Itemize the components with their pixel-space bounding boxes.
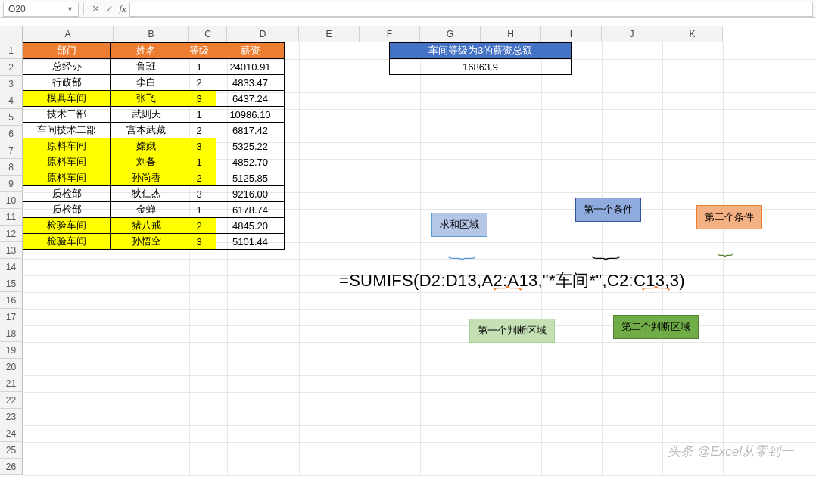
cell-level[interactable]: 3 — [182, 186, 216, 202]
row-header-19[interactable]: 19 — [0, 342, 23, 359]
cell-name[interactable]: 嫦娥 — [111, 138, 182, 154]
cell-salary[interactable]: 5325.22 — [216, 138, 285, 154]
row-header-17[interactable]: 17 — [0, 309, 23, 325]
row-header-13[interactable]: 13 — [0, 242, 23, 259]
cell-level[interactable]: 3 — [182, 91, 216, 107]
row-header-5[interactable]: 5 — [0, 109, 23, 126]
header-salary[interactable]: 薪资 — [216, 43, 285, 59]
cell-salary[interactable]: 10986.10 — [216, 107, 285, 123]
cell-salary[interactable]: 6178.74 — [216, 202, 285, 218]
cell-level[interactable]: 1 — [182, 202, 216, 218]
cell-grid[interactable]: 部门 姓名 等级 薪资 总经办 鲁班 1 24010.91 行政部 李白 2 4… — [23, 42, 816, 475]
row-header-9[interactable]: 9 — [0, 176, 23, 192]
row-header-14[interactable]: 14 — [0, 259, 23, 275]
col-header-F[interactable]: F — [360, 26, 420, 42]
row-header-18[interactable]: 18 — [0, 325, 23, 342]
cell-salary[interactable]: 9216.00 — [216, 186, 285, 202]
cell-level[interactable]: 2 — [182, 75, 216, 91]
cell-salary[interactable]: 5125.85 — [216, 170, 285, 186]
select-all-corner[interactable] — [0, 26, 23, 42]
cell-salary[interactable]: 6437.24 — [216, 91, 285, 107]
cell-salary[interactable]: 6817.42 — [216, 123, 285, 138]
cell-salary[interactable]: 5101.44 — [216, 234, 285, 250]
cell-salary[interactable]: 4845.20 — [216, 218, 285, 234]
cell-name[interactable]: 猪八戒 — [111, 218, 182, 234]
cell-level[interactable]: 3 — [182, 138, 216, 154]
name-box[interactable]: O20 ▼ — [3, 2, 79, 17]
row-header-20[interactable]: 20 — [0, 359, 23, 375]
cell-level[interactable]: 1 — [182, 107, 216, 123]
cell-dept[interactable]: 检验车间 — [23, 234, 111, 250]
cell-name[interactable]: 刘备 — [111, 154, 182, 170]
row-header-16[interactable]: 16 — [0, 292, 23, 309]
cell-name[interactable]: 张飞 — [111, 91, 182, 107]
row-header-25[interactable]: 25 — [0, 442, 23, 459]
cell-name[interactable]: 鲁班 — [111, 59, 182, 75]
row-header-24[interactable]: 24 — [0, 425, 23, 442]
cell-name[interactable]: 李白 — [111, 75, 182, 91]
cell-name[interactable]: 孙尚香 — [111, 170, 182, 186]
row-header-4[interactable]: 4 — [0, 92, 23, 109]
row-header-26[interactable]: 26 — [0, 459, 23, 475]
cell-salary[interactable]: 4852.70 — [216, 154, 285, 170]
row-header-21[interactable]: 21 — [0, 375, 23, 392]
cell-level[interactable]: 3 — [182, 234, 216, 250]
cell-dept[interactable]: 总经办 — [23, 59, 111, 75]
chevron-down-icon[interactable]: ▼ — [67, 2, 73, 16]
cell-dept[interactable]: 质检部 — [23, 186, 111, 202]
header-level[interactable]: 等级 — [182, 43, 216, 59]
cell-salary[interactable]: 4833.47 — [216, 75, 285, 91]
cell-dept[interactable]: 技术二部 — [23, 107, 111, 123]
formula-input[interactable] — [129, 2, 813, 17]
cell-name[interactable]: 宫本武藏 — [111, 123, 182, 138]
cell-level[interactable]: 1 — [182, 59, 216, 75]
row-header-22[interactable]: 22 — [0, 392, 23, 409]
row-header-10[interactable]: 10 — [0, 192, 23, 209]
cell-dept[interactable]: 原料车间 — [23, 154, 111, 170]
cell-level[interactable]: 2 — [182, 123, 216, 138]
col-header-H[interactable]: H — [481, 26, 541, 42]
cell-level[interactable]: 1 — [182, 154, 216, 170]
row-header-3[interactable]: 3 — [0, 76, 23, 92]
enter-icon[interactable]: ✓ — [102, 3, 116, 14]
col-header-G[interactable]: G — [420, 26, 481, 42]
row-header-23[interactable]: 23 — [0, 409, 23, 425]
row-header-11[interactable]: 11 — [0, 209, 23, 226]
col-header-K[interactable]: K — [662, 26, 723, 42]
cell-name[interactable]: 金蝉 — [111, 202, 182, 218]
cell-dept[interactable]: 原料车间 — [23, 170, 111, 186]
summary-value[interactable]: 16863.9 — [390, 59, 572, 75]
col-header-E[interactable]: E — [299, 26, 360, 42]
cell-salary[interactable]: 24010.91 — [216, 59, 285, 75]
header-dept[interactable]: 部门 — [23, 43, 111, 59]
fx-icon[interactable]: fx — [116, 3, 129, 15]
cell-name[interactable]: 武则天 — [111, 107, 182, 123]
cell-dept[interactable]: 质检部 — [23, 202, 111, 218]
row-header-12[interactable]: 12 — [0, 226, 23, 242]
cell-level[interactable]: 2 — [182, 218, 216, 234]
row-header-8[interactable]: 8 — [0, 159, 23, 176]
header-name[interactable]: 姓名 — [111, 43, 182, 59]
col-header-D[interactable]: D — [227, 26, 299, 42]
row-header-15[interactable]: 15 — [0, 275, 23, 292]
cell-dept[interactable]: 检验车间 — [23, 218, 111, 234]
cell-name[interactable]: 狄仁杰 — [111, 186, 182, 202]
cell-name[interactable]: 孙悟空 — [111, 234, 182, 250]
col-header-C[interactable]: C — [189, 26, 227, 42]
row-header-2[interactable]: 2 — [0, 59, 23, 76]
cell-dept[interactable]: 行政部 — [23, 75, 111, 91]
col-header-I[interactable]: I — [541, 26, 602, 42]
cell-dept[interactable]: 车间技术二部 — [23, 123, 111, 138]
row-header-7[interactable]: 7 — [0, 142, 23, 159]
cancel-icon[interactable]: ✕ — [89, 3, 102, 14]
cell-dept[interactable]: 原料车间 — [23, 138, 111, 154]
row-header-1[interactable]: 1 — [0, 42, 23, 59]
col-header-J[interactable]: J — [602, 26, 662, 42]
col-header-A[interactable]: A — [23, 26, 114, 42]
brace-icon: ⏟ — [448, 238, 476, 262]
col-header-B[interactable]: B — [114, 26, 189, 42]
summary-title[interactable]: 车间等级为3的薪资总额 — [390, 43, 572, 59]
cell-level[interactable]: 2 — [182, 170, 216, 186]
cell-dept[interactable]: 模具车间 — [23, 91, 111, 107]
row-header-6[interactable]: 6 — [0, 126, 23, 142]
